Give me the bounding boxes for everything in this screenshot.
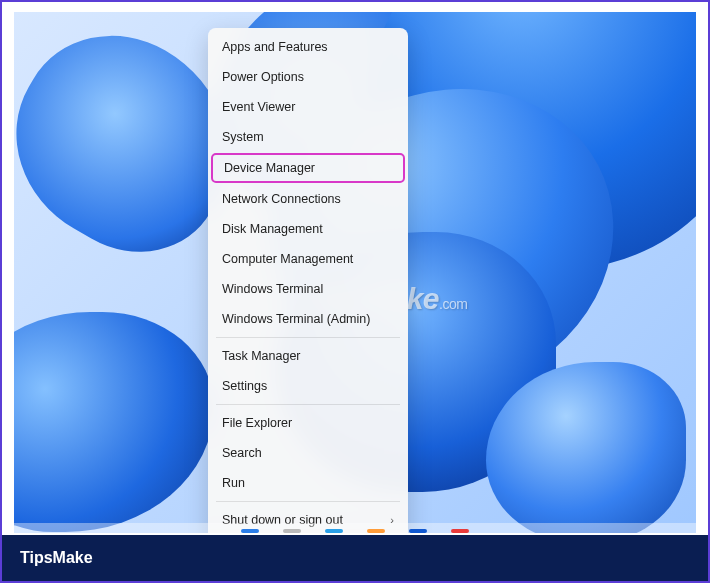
menu-item-run[interactable]: Run	[208, 468, 408, 498]
menu-item-task-manager[interactable]: Task Manager	[208, 341, 408, 371]
menu-item-label: Event Viewer	[222, 100, 295, 114]
menu-item-power-options[interactable]: Power Options	[208, 62, 408, 92]
menu-separator	[216, 404, 400, 405]
taskbar[interactable]	[14, 523, 696, 533]
menu-item-computer-management[interactable]: Computer Management	[208, 244, 408, 274]
menu-item-search[interactable]: Search	[208, 438, 408, 468]
menu-item-label: Windows Terminal (Admin)	[222, 312, 370, 326]
menu-item-settings[interactable]: Settings	[208, 371, 408, 401]
menu-item-label: Network Connections	[222, 192, 341, 206]
menu-item-label: Run	[222, 476, 245, 490]
menu-item-label: Windows Terminal	[222, 282, 323, 296]
menu-item-apps-and-features[interactable]: Apps and Features	[208, 32, 408, 62]
source-footer: TipsMake	[2, 535, 708, 581]
menu-item-file-explorer[interactable]: File Explorer	[208, 408, 408, 438]
desktop-wallpaper: TipsMake.com Apps and FeaturesPower Opti…	[14, 12, 696, 533]
menu-item-label: Device Manager	[224, 161, 315, 175]
menu-item-network-connections[interactable]: Network Connections	[208, 184, 408, 214]
menu-item-disk-management[interactable]: Disk Management	[208, 214, 408, 244]
taskbar-icon[interactable]	[451, 529, 469, 533]
taskbar-icon[interactable]	[409, 529, 427, 533]
menu-separator	[216, 337, 400, 338]
screenshot-frame: TipsMake.com Apps and FeaturesPower Opti…	[0, 0, 710, 583]
menu-item-label: File Explorer	[222, 416, 292, 430]
menu-item-label: Search	[222, 446, 262, 460]
menu-item-label: Settings	[222, 379, 267, 393]
taskbar-icon[interactable]	[241, 529, 259, 533]
menu-item-windows-terminal-admin[interactable]: Windows Terminal (Admin)	[208, 304, 408, 334]
menu-item-label: Task Manager	[222, 349, 301, 363]
menu-item-label: Disk Management	[222, 222, 323, 236]
menu-item-label: System	[222, 130, 264, 144]
menu-item-label: Power Options	[222, 70, 304, 84]
menu-item-system[interactable]: System	[208, 122, 408, 152]
taskbar-icon[interactable]	[367, 529, 385, 533]
winx-context-menu: Apps and FeaturesPower OptionsEvent View…	[208, 28, 408, 533]
footer-label: TipsMake	[20, 549, 93, 567]
taskbar-icon[interactable]	[283, 529, 301, 533]
menu-item-device-manager[interactable]: Device Manager	[211, 153, 405, 183]
taskbar-icon[interactable]	[325, 529, 343, 533]
menu-item-event-viewer[interactable]: Event Viewer	[208, 92, 408, 122]
menu-separator	[216, 501, 400, 502]
menu-item-windows-terminal[interactable]: Windows Terminal	[208, 274, 408, 304]
menu-item-label: Apps and Features	[222, 40, 328, 54]
menu-item-label: Computer Management	[222, 252, 353, 266]
